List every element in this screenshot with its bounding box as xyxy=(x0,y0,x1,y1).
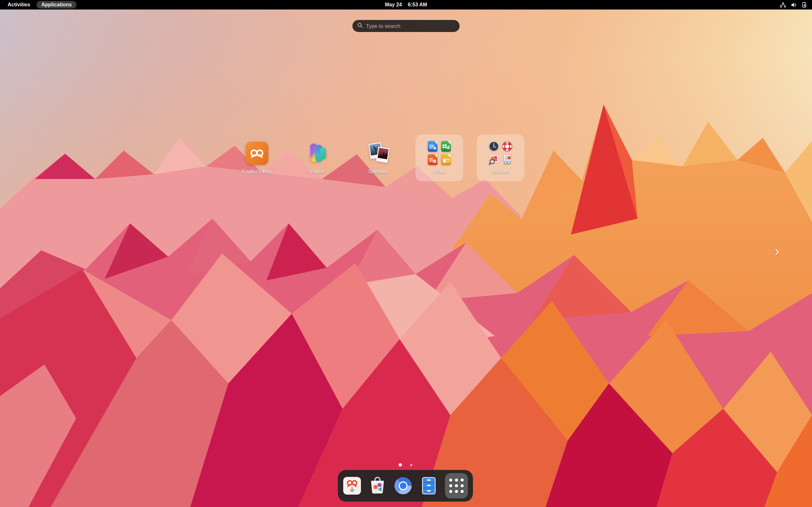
app-tile-videos[interactable]: Videos xyxy=(293,134,341,181)
clock-button[interactable]: May 24 6:53 AM xyxy=(385,2,427,8)
libreoffice-impress-icon xyxy=(427,154,438,165)
endless-key-download-icon[interactable] xyxy=(343,476,361,495)
app-tile-endless-key[interactable]: Endless Key xyxy=(233,134,281,181)
files-cabinet-icon[interactable] xyxy=(420,476,438,495)
app-tile-shotwell[interactable]: Shotwell xyxy=(355,134,402,181)
image-viewer-icon xyxy=(489,154,499,165)
chromium-icon[interactable] xyxy=(394,476,413,495)
page-indicator xyxy=(393,462,419,468)
search-bar xyxy=(352,20,460,32)
folder-label: Work xyxy=(433,169,445,175)
libreoffice-draw-icon xyxy=(441,154,451,165)
activities-button[interactable]: Activities xyxy=(4,1,33,8)
next-page-arrow[interactable]: › xyxy=(770,243,784,260)
time-label: 6:53 AM xyxy=(408,2,427,8)
top-bar: Activities Applications May 24 6:53 AM xyxy=(0,0,812,9)
help-lifebuoy-icon xyxy=(502,141,513,152)
page-dot-1[interactable] xyxy=(399,463,402,466)
desktop-overview: Activities Applications May 24 6:53 AM xyxy=(0,0,812,507)
libreoffice-writer-icon xyxy=(427,141,438,152)
folder-tile-work[interactable]: Work xyxy=(415,134,463,181)
document-viewer-icon xyxy=(502,154,513,165)
folder-tile-utilities[interactable]: Utilities xyxy=(477,134,524,181)
app-center-icon[interactable] xyxy=(368,476,387,495)
libreoffice-calc-icon xyxy=(441,141,451,152)
endless-key-icon xyxy=(245,141,269,165)
date-label: May 24 xyxy=(385,2,402,8)
dock xyxy=(338,470,473,502)
utilities-folder-preview xyxy=(489,141,513,165)
applications-button[interactable]: Applications xyxy=(37,1,77,9)
wallpaper-image xyxy=(0,0,812,507)
clock-icon xyxy=(489,141,499,152)
app-label: Videos xyxy=(309,169,325,175)
battery-charging-icon xyxy=(802,2,808,8)
app-label: Shotwell xyxy=(368,169,389,175)
shotwell-icon xyxy=(366,141,391,165)
search-input[interactable] xyxy=(366,23,455,29)
page-dot-2[interactable] xyxy=(410,464,412,466)
work-folder-preview xyxy=(427,141,451,165)
show-applications-icon[interactable] xyxy=(445,473,468,498)
videos-icon xyxy=(305,141,329,165)
volume-icon xyxy=(791,2,797,8)
system-status-area[interactable] xyxy=(780,2,812,8)
search-icon xyxy=(357,22,363,30)
network-wired-icon xyxy=(780,2,786,8)
app-label: Endless Key xyxy=(242,169,272,175)
folder-label: Utilities xyxy=(492,169,509,175)
